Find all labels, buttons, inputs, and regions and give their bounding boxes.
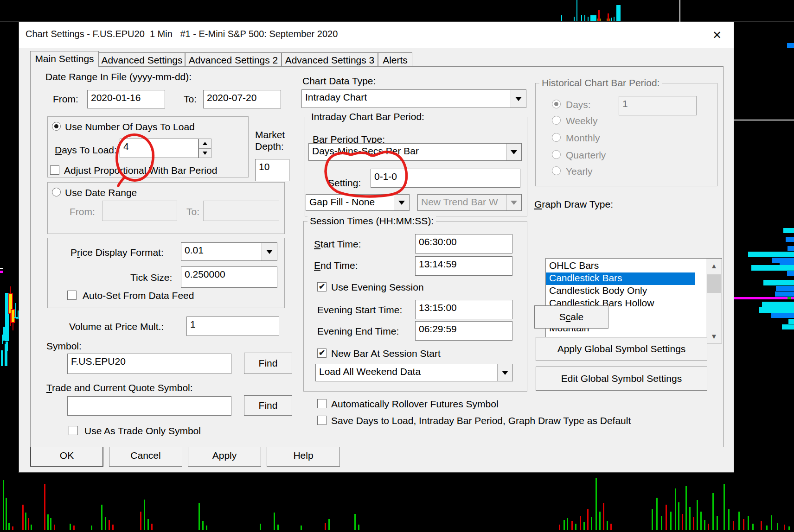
tab-advanced-settings-2[interactable]: Advanced Settings 2	[185, 52, 282, 66]
to-label: To:	[184, 94, 197, 105]
trade-symbol-label: Trade and Current Quote Symbol:	[46, 382, 193, 393]
dialog-title-bar: Chart Settings - F.US.EPU20 1 Min #1 - E…	[19, 22, 734, 48]
historical-days-input[interactable]: 1	[619, 96, 697, 115]
chevron-down-icon[interactable]	[506, 144, 521, 160]
stepper-down-icon[interactable]	[198, 148, 211, 158]
trade-symbol-input[interactable]	[67, 396, 231, 416]
chart-data-type-label: Chart Data Type:	[302, 76, 376, 87]
scale-button[interactable]: Scale	[534, 305, 608, 329]
scroll-down-icon[interactable]: ▼	[706, 329, 722, 343]
evening-end-label: Evening End Time:	[317, 326, 399, 337]
historical-quarterly-label: Quarterly	[566, 150, 606, 161]
date-to-input[interactable]: 2020-07-20	[203, 90, 281, 108]
tick-size-input[interactable]: 0.250000	[181, 266, 277, 288]
list-item[interactable]: Candlestick Body Only	[546, 285, 695, 298]
tick-size-label: Tick Size:	[130, 272, 172, 283]
volume-mult-input[interactable]: 1	[186, 317, 279, 336]
adjust-proportional-checkbox[interactable]	[50, 165, 59, 175]
price-display-format-combo[interactable]: 0.01	[181, 242, 277, 261]
market-depth-label-line1: Market	[255, 129, 285, 140]
days-to-load-input[interactable]: 4	[120, 139, 198, 158]
edit-global-symbol-settings-button[interactable]: Edit Global Symbol Settings	[536, 367, 707, 391]
ok-button[interactable]: OK	[30, 444, 103, 467]
historical-quarterly-radio[interactable]	[552, 150, 561, 159]
use-number-of-days-radio[interactable]	[52, 122, 61, 131]
help-button[interactable]: Help	[267, 444, 340, 467]
historical-days-radio[interactable]	[552, 100, 561, 108]
chevron-down-icon	[506, 195, 521, 210]
cancel-button[interactable]: Cancel	[109, 444, 182, 467]
autoset-label: Auto-Set From Data Feed	[83, 290, 194, 301]
historical-days-label: Days:	[566, 99, 591, 110]
bar-period-type-combo[interactable]: Days-Mins-Secs Per Bar	[308, 143, 522, 161]
intraday-bar-period-group-label: Intraday Chart Bar Period:	[309, 111, 427, 122]
use-number-of-days-label: Use Number Of Days To Load	[65, 121, 195, 133]
tab-advanced-settings[interactable]: Advanced Settings	[99, 52, 185, 66]
market-depth-input[interactable]: 10	[255, 159, 289, 181]
session-times-group-label: Session Times (HH:MM:SS):	[307, 215, 436, 227]
evening-end-input[interactable]: 06:29:59	[415, 321, 512, 341]
graph-draw-type-listbox[interactable]: OHLC Bars Candlestick Bars Candlestick B…	[545, 258, 722, 343]
chevron-down-icon[interactable]	[511, 90, 526, 108]
stepper-up-icon[interactable]	[198, 139, 211, 148]
market-depth-label-line2: Depth:	[255, 141, 284, 152]
chart-data-type-combo[interactable]: Intraday Chart	[301, 89, 526, 108]
date-range-heading: Date Range In File (yyyy-mm-dd):	[45, 71, 192, 82]
find-trade-symbol-button[interactable]: Find	[244, 395, 292, 416]
use-date-range-radio[interactable]	[52, 188, 61, 196]
chevron-down-icon[interactable]	[497, 364, 512, 381]
gap-fill-combo[interactable]: Gap Fill - None	[306, 194, 410, 211]
rollover-checkbox[interactable]	[317, 399, 327, 408]
close-icon[interactable]: ✕	[709, 27, 725, 44]
scrollbar-thumb[interactable]	[707, 274, 721, 293]
weekend-data-combo[interactable]: Load All Weekend Data	[315, 364, 513, 381]
list-item[interactable]: OHLC Bars	[546, 260, 695, 272]
range-from-input[interactable]	[102, 201, 177, 221]
chevron-down-icon[interactable]	[394, 195, 409, 210]
symbol-label: Symbol:	[46, 341, 82, 352]
autoset-checkbox[interactable]	[67, 291, 77, 300]
scroll-up-icon[interactable]: ▲	[706, 259, 722, 272]
new-bar-at-session-start-checkbox[interactable]: ✔	[317, 348, 327, 358]
date-from-input[interactable]: 2020-01-16	[87, 90, 165, 108]
tab-main-settings[interactable]: Main Settings	[30, 51, 99, 67]
end-time-input[interactable]: 13:14:59	[415, 256, 512, 276]
trade-only-label: Use As Trade Only Symbol	[84, 425, 201, 437]
volume-mult-label: Volume at Price Mult.:	[69, 321, 164, 332]
historical-monthly-radio[interactable]	[552, 133, 561, 142]
save-default-label: Save Days to Load, Intraday Bar Period, …	[331, 415, 631, 426]
symbol-input[interactable]: F.US.EPU20	[67, 354, 231, 374]
rollover-label: Automatically Rollover Futures Symbol	[331, 399, 499, 410]
range-to-input[interactable]	[203, 201, 279, 221]
range-from-label: From:	[70, 206, 95, 217]
days-to-load-stepper[interactable]	[198, 139, 211, 158]
listbox-scrollbar[interactable]: ▲ ▼	[706, 259, 722, 343]
price-display-format-label: Price Display Format:	[70, 247, 164, 258]
chart-settings-dialog: Chart Settings - F.US.EPU20 1 Min #1 - E…	[19, 22, 734, 473]
historical-bar-period-group-label: Historical Chart Bar Period:	[539, 77, 662, 89]
start-time-label: Start Time:	[314, 239, 361, 250]
from-label: From:	[53, 94, 78, 105]
historical-weekly-label: Weekly	[566, 115, 597, 127]
graph-draw-type-label: Graph Draw Type:	[534, 199, 613, 210]
list-item-selected[interactable]: Candlestick Bars	[546, 272, 695, 285]
use-evening-session-checkbox[interactable]: ✔	[317, 282, 327, 291]
screen: Chart Settings - F.US.EPU20 1 Min #1 - E…	[0, 0, 794, 532]
historical-yearly-label: Yearly	[566, 166, 593, 177]
find-symbol-button[interactable]: Find	[244, 353, 292, 374]
use-date-range-label: Use Date Range	[65, 187, 137, 198]
trade-only-checkbox[interactable]	[69, 426, 78, 435]
chevron-down-icon[interactable]	[262, 243, 277, 260]
new-bar-at-session-start-label: New Bar At Session Start	[331, 348, 441, 359]
historical-weekly-radio[interactable]	[552, 116, 561, 125]
tab-advanced-settings-3[interactable]: Advanced Settings 3	[282, 52, 378, 66]
tab-alerts[interactable]: Alerts	[378, 52, 412, 66]
historical-yearly-radio[interactable]	[552, 166, 561, 175]
start-time-input[interactable]: 06:30:00	[415, 234, 512, 253]
evening-start-input[interactable]: 13:15:00	[415, 300, 512, 319]
setting-input[interactable]: 0-1-0	[371, 169, 520, 188]
new-trend-bar-combo[interactable]: New Trend Bar W	[417, 194, 522, 211]
save-default-checkbox[interactable]	[317, 416, 327, 425]
apply-global-symbol-settings-button[interactable]: Apply Global Symbol Settings	[536, 337, 707, 361]
apply-button[interactable]: Apply	[188, 444, 261, 467]
